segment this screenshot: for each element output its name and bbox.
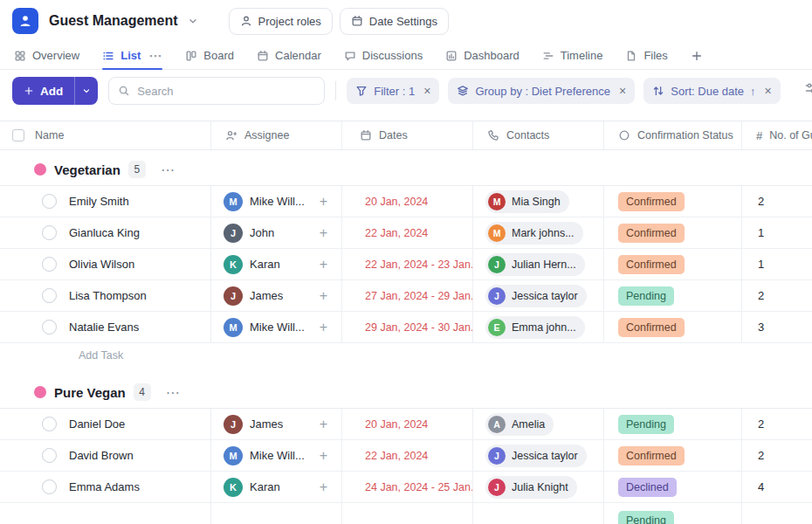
dates-cell[interactable]: 27 Jan, 2024 - 29 Jan... <box>342 280 473 311</box>
guests-cell[interactable]: 1 <box>742 249 812 279</box>
status-badge[interactable]: Confirmed <box>618 192 685 211</box>
task-status-circle[interactable] <box>42 257 57 272</box>
add-button[interactable]: Add <box>12 77 74 105</box>
dates-cell[interactable]: 20 Jan, 2024 <box>342 186 473 217</box>
toolbar-chip[interactable]: Filter : 1 × <box>347 78 439 104</box>
dates-cell[interactable] <box>342 503 473 524</box>
page-title[interactable]: Guest Management <box>49 13 178 29</box>
column-header-confirmation-status[interactable]: Confirmation Status <box>604 121 742 149</box>
task-status-circle[interactable] <box>42 417 57 431</box>
guests-cell[interactable]: 2 <box>742 186 812 217</box>
task-status-circle[interactable] <box>42 225 57 240</box>
table-row[interactable]: Pending <box>0 503 812 524</box>
guests-cell[interactable]: 2 <box>742 409 812 439</box>
due-date[interactable]: 20 Jan, 2024 <box>365 196 428 208</box>
contacts-cell[interactable]: J Julian Hern... <box>473 249 604 279</box>
task-status-circle[interactable] <box>42 479 57 494</box>
dates-cell[interactable]: 24 Jan, 2024 - 25 Jan... <box>342 472 473 502</box>
group-name[interactable]: Vegetarian <box>54 162 120 177</box>
add-task-split-button[interactable]: Add <box>12 77 98 105</box>
task-status-circle[interactable] <box>42 448 57 463</box>
contact-chip[interactable]: J Julia Knight <box>485 476 577 499</box>
contact-chip[interactable]: J Julian Hern... <box>485 253 585 276</box>
search-input[interactable] <box>137 85 315 98</box>
status-cell[interactable]: Declined <box>604 472 742 502</box>
task-name[interactable]: Lisa Thompson <box>69 289 147 302</box>
contacts-cell[interactable]: E Emma john... <box>473 312 604 342</box>
collapse-caret-icon[interactable] <box>14 163 26 176</box>
add-task-button[interactable]: Add Task <box>0 343 812 368</box>
table-row[interactable]: Gianluca King J John + 22 Jan, 2024 M Ma… <box>0 217 812 249</box>
task-name[interactable]: Olivia Wilson <box>69 258 134 271</box>
add-assignee-button[interactable]: + <box>320 448 327 464</box>
assignee-cell[interactable]: K Karan + <box>211 249 342 279</box>
add-assignee-button[interactable]: + <box>320 225 327 241</box>
add-assignee-button[interactable]: + <box>320 417 327 432</box>
column-header-guests[interactable]: # No. of Guests <box>742 121 812 149</box>
table-row[interactable]: Lisa Thompson J James + 27 Jan, 2024 - 2… <box>0 280 812 312</box>
status-badge[interactable]: Confirmed <box>618 446 685 465</box>
add-assignee-button[interactable]: + <box>320 479 327 495</box>
toolbar-chip[interactable]: Sort: Due date ↑ × <box>643 78 781 104</box>
group-menu-ellipsis[interactable]: ⋯ <box>161 162 175 178</box>
column-header-assignee[interactable]: Assignee <box>211 121 342 149</box>
add-assignee-button[interactable]: + <box>320 257 327 272</box>
status-cell[interactable]: Confirmed <box>604 312 742 342</box>
task-name[interactable]: Natalie Evans <box>69 321 139 334</box>
due-date[interactable]: 24 Jan, 2024 - 25 Jan... <box>365 481 473 493</box>
tab-calendar[interactable]: Calendar <box>257 42 321 69</box>
table-row[interactable]: Natalie Evans M Mike Will... + 29 Jan, 2… <box>0 312 812 343</box>
tab-files[interactable]: Files <box>625 42 667 69</box>
guests-cell[interactable] <box>742 503 812 524</box>
add-view-button[interactable] <box>691 42 703 69</box>
assignee-cell[interactable]: J John + <box>211 217 342 248</box>
assignee-cell[interactable] <box>211 503 342 524</box>
status-cell[interactable]: Confirmed <box>604 217 742 248</box>
contacts-cell[interactable] <box>473 503 604 524</box>
status-badge[interactable]: Pending <box>618 286 674 306</box>
task-name[interactable]: Emily Smith <box>69 195 129 208</box>
tab-list[interactable]: List ⋯ <box>102 42 162 69</box>
assignee-cell[interactable]: K Karan + <box>211 472 342 502</box>
contacts-cell[interactable]: J Jessica taylor <box>473 440 604 471</box>
contacts-cell[interactable]: M Mia Singh <box>473 186 604 217</box>
dates-cell[interactable]: 22 Jan, 2024 - 23 Jan... <box>342 249 473 279</box>
due-date[interactable]: 22 Jan, 2024 <box>365 227 428 239</box>
task-name[interactable]: David Brown <box>69 449 134 462</box>
status-badge[interactable]: Confirmed <box>618 318 685 337</box>
status-badge[interactable]: Confirmed <box>618 255 685 274</box>
title-chevron-down-icon[interactable] <box>187 15 199 27</box>
contacts-cell[interactable]: J Jessica taylor <box>473 280 604 311</box>
contact-chip[interactable]: J Jessica taylor <box>485 285 587 307</box>
task-name[interactable]: Gianluca King <box>69 226 140 239</box>
chip-close-icon[interactable]: × <box>765 84 772 98</box>
status-badge[interactable]: Pending <box>618 415 674 434</box>
status-badge[interactable]: Pending <box>618 511 674 524</box>
tab-timeline[interactable]: Timeline <box>542 42 603 69</box>
table-row[interactable]: Olivia Wilson K Karan + 22 Jan, 2024 - 2… <box>0 249 812 280</box>
dates-cell[interactable]: 22 Jan, 2024 <box>342 440 473 471</box>
column-header-dates[interactable]: Dates <box>342 121 473 149</box>
select-all-checkbox[interactable] <box>12 129 24 141</box>
collapse-caret-icon[interactable] <box>14 386 26 398</box>
status-badge[interactable]: Declined <box>618 478 677 497</box>
guests-cell[interactable]: 2 <box>742 440 812 471</box>
table-row[interactable]: David Brown M Mike Will... + 22 Jan, 202… <box>0 440 812 472</box>
toolbar-chip[interactable]: Group by : Diet Preference × <box>448 78 635 104</box>
tab-overview[interactable]: Overview <box>14 42 79 69</box>
status-cell[interactable]: Confirmed <box>604 249 742 279</box>
task-name[interactable]: Daniel Doe <box>69 417 125 431</box>
column-header-contacts[interactable]: Contacts <box>473 121 604 149</box>
chip-close-icon[interactable]: × <box>619 84 626 98</box>
guests-cell[interactable]: 1 <box>742 217 812 248</box>
add-button-dropdown[interactable] <box>75 77 98 105</box>
contact-chip[interactable]: M Mia Singh <box>485 190 569 213</box>
search-box[interactable] <box>108 77 325 105</box>
assignee-cell[interactable]: M Mike Will... + <box>211 440 342 471</box>
assignee-cell[interactable]: M Mike Will... + <box>211 312 342 342</box>
guests-cell[interactable]: 2 <box>742 280 812 311</box>
add-assignee-button[interactable]: + <box>320 320 327 335</box>
status-cell[interactable]: Pending <box>604 409 742 439</box>
chip-close-icon[interactable]: × <box>423 84 430 98</box>
contacts-cell[interactable]: M Mark johns... <box>473 217 604 248</box>
